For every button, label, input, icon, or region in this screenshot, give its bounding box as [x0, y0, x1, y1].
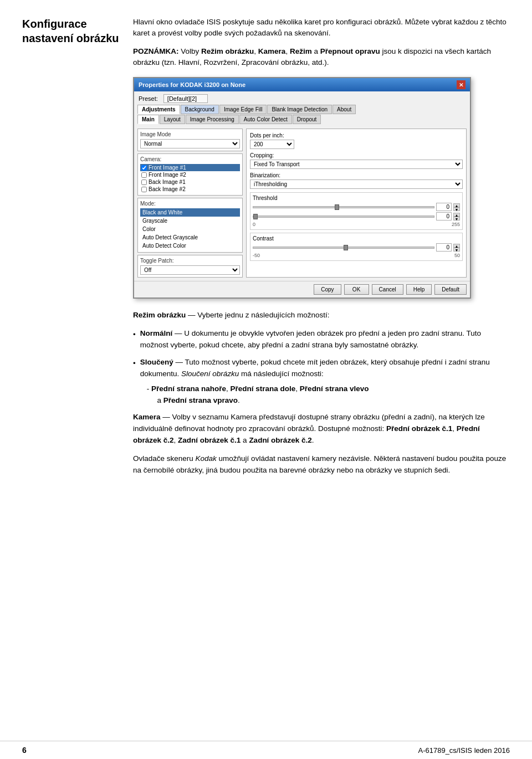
- tab-image-processing[interactable]: Image Processing: [186, 115, 239, 124]
- camera-item-back1[interactable]: Back Image #1: [140, 178, 240, 186]
- threshold-slider1-thumb[interactable]: [335, 204, 339, 210]
- note-block: POZNÁMKA: Volby Režim obrázku, Kamera, R…: [133, 46, 510, 69]
- camera-bold3: Zadní obrázek č.1: [178, 436, 241, 444]
- dpi-label: Dots per inch:: [250, 132, 463, 139]
- dpi-select[interactable]: 200: [250, 140, 294, 149]
- contrast-slider-track[interactable]: [253, 247, 434, 249]
- dialog-preset-row: Preset: [Default][2]: [134, 91, 470, 105]
- camera-list: Front Image #1 Front Image #2 Back Image…: [140, 164, 240, 193]
- contrast-row: 0 ▲ ▼: [253, 243, 460, 252]
- threshold-slider2-track[interactable]: [253, 216, 434, 218]
- toggle-patch-section: Toggle Patch: Off: [137, 255, 243, 278]
- cropping-label: Cropping:: [250, 152, 463, 158]
- bullet2-text2: má následující možnosti:: [239, 370, 323, 378]
- contrast-spinner-up[interactable]: ▲: [453, 244, 460, 248]
- note-bold2: Kamera: [258, 47, 286, 55]
- camera-checkbox-back1[interactable]: [141, 180, 147, 185]
- kodak-italic: Kodak: [196, 454, 217, 463]
- sub-bullet-dash: -: [147, 384, 151, 393]
- tab-auto-color-detect[interactable]: Auto Color Detect: [239, 115, 292, 124]
- bullet-dot-2: •: [133, 358, 136, 407]
- mode-section: Mode: Black and White Grayscale Color Au…: [137, 198, 243, 253]
- copy-button[interactable]: Copy: [314, 284, 341, 295]
- bullet1-bold: Normální: [140, 329, 173, 337]
- ok-button[interactable]: OK: [344, 284, 369, 295]
- dialog-content-area: Dots per inch: 200 Cropping:: [246, 129, 467, 278]
- mode-item-bw[interactable]: Black and White: [140, 208, 240, 217]
- help-button[interactable]: Help: [406, 284, 432, 295]
- note-comma2: ,: [285, 47, 290, 55]
- mode-item-grayscale[interactable]: Grayscale: [140, 217, 240, 225]
- intro-paragraph1: Hlavní okno ovladače ISIS poskytuje sadu…: [133, 17, 510, 39]
- binarization-select[interactable]: iThresholding: [250, 180, 463, 189]
- threshold-spinner2-down[interactable]: ▼: [453, 217, 460, 220]
- contrast-slider-thumb[interactable]: [344, 245, 348, 250]
- tab-blank-image-detection[interactable]: Blank Image Detection: [267, 105, 332, 114]
- threshold-title: Threshold: [253, 195, 460, 201]
- image-mode-label: Image Mode: [140, 131, 240, 137]
- threshold-spinner1-up[interactable]: ▲: [453, 203, 460, 207]
- contrast-min-label: -50: [253, 253, 260, 258]
- tab-about[interactable]: About: [332, 105, 356, 114]
- dpi-row: 200: [250, 140, 463, 149]
- tab-dropout[interactable]: Dropout: [293, 115, 321, 124]
- threshold-spinner1[interactable]: ▲ ▼: [453, 203, 460, 211]
- threshold-slider1-track[interactable]: [253, 206, 434, 208]
- threshold-val2[interactable]: 0: [436, 212, 452, 220]
- tab-background[interactable]: Background: [181, 105, 219, 114]
- cropping-select[interactable]: Fixed To Transport: [250, 160, 463, 169]
- left-column: Konfigurace nastavení obrázku: [22, 17, 133, 730]
- image-mode-heading: Režim obrázku: [133, 311, 186, 319]
- threshold-slider2-thumb[interactable]: [253, 214, 258, 219]
- page-container: Konfigurace nastavení obrázku Hlavní okn…: [0, 0, 532, 759]
- bullet2-dash: —: [173, 358, 185, 366]
- threshold-spinner1-down[interactable]: ▼: [453, 207, 460, 211]
- mode-item-auto-color[interactable]: Auto Detect Color: [140, 242, 240, 250]
- bullet2-italic: Sloučení obrázku: [181, 370, 239, 378]
- threshold-val1[interactable]: 0: [436, 203, 452, 211]
- tab-main[interactable]: Main: [137, 115, 159, 124]
- sub-bullet-period: .: [238, 396, 240, 404]
- footer-doc-reference: A-61789_cs/ISIS leden 2016: [418, 746, 510, 755]
- sub-bullet-bold2: Přední strana dole: [231, 384, 296, 393]
- toggle-patch-label: Toggle Patch:: [140, 258, 240, 264]
- contrast-spinner[interactable]: ▲ ▼: [453, 244, 460, 252]
- mode-item-auto-gray[interactable]: Auto Detect Grayscale: [140, 233, 240, 242]
- title-line2: nastavení obrázku: [22, 32, 119, 44]
- page-footer: 6 A-61789_cs/ISIS leden 2016: [0, 741, 532, 759]
- tab-adjustments[interactable]: Adjustments: [137, 105, 180, 114]
- kodak-paragraph: Ovladače skeneru Kodak umožňují ovládat …: [133, 453, 510, 476]
- mode-list: Black and White Grayscale Color Auto Det…: [140, 208, 240, 250]
- page-title: Konfigurace nastavení obrázku: [22, 17, 122, 45]
- note-bold3: Režim: [290, 47, 312, 55]
- mode-item-color[interactable]: Color: [140, 225, 240, 233]
- contrast-val[interactable]: 0: [436, 243, 452, 252]
- toggle-patch-select[interactable]: Off: [140, 265, 240, 275]
- dialog-wrapper: Properties for KODAK i3200 on None ✕ Pre…: [133, 77, 510, 299]
- camera-section: Camera: Front Image #1 Front Image #2: [137, 153, 243, 196]
- dialog-close-button[interactable]: ✕: [457, 80, 466, 89]
- camera-comma: ,: [452, 424, 457, 433]
- contrast-spinner-down[interactable]: ▼: [453, 248, 460, 252]
- dialog-right-panel: Dots per inch: 200 Cropping:: [246, 129, 467, 278]
- bullet1-dash: —: [172, 329, 184, 337]
- threshold-spinner2-up[interactable]: ▲: [453, 213, 460, 217]
- camera-checkbox-back2[interactable]: [141, 187, 147, 192]
- threshold-min-label: 0: [253, 222, 255, 227]
- image-mode-select[interactable]: Normal: [140, 139, 240, 148]
- default-button[interactable]: Default: [434, 284, 467, 295]
- camera-checkbox-front2[interactable]: [141, 172, 147, 178]
- camera-item-back2[interactable]: Back Image #2: [140, 186, 240, 193]
- camera-bold4: Zadní obrázek č.2: [249, 436, 311, 444]
- tab-layout[interactable]: Layout: [160, 115, 185, 124]
- bullet-item-merged: • Sloučený — Tuto možnost vyberte, pokud…: [133, 357, 510, 407]
- image-mode-paragraph: Režim obrázku — Vyberte jednu z následuj…: [133, 310, 510, 321]
- tab-image-edge-fill[interactable]: Image Edge Fill: [219, 105, 267, 114]
- dialog-title: Properties for KODAK i3200 on None: [139, 81, 245, 88]
- camera-checkbox-front1[interactable]: [141, 165, 147, 171]
- preset-value: [Default][2]: [163, 94, 208, 103]
- cancel-button[interactable]: Cancel: [372, 284, 403, 295]
- camera-item-front1[interactable]: Front Image #1: [140, 164, 240, 171]
- camera-item-front2[interactable]: Front Image #2: [140, 171, 240, 178]
- threshold-spinner2[interactable]: ▲ ▼: [453, 213, 460, 220]
